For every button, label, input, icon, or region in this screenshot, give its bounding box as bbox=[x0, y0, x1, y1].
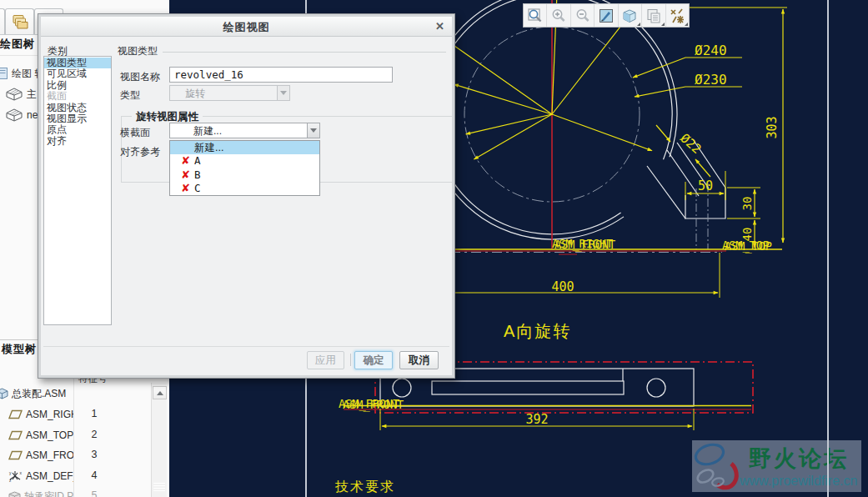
category-item-view-type[interactable]: 视图类型 bbox=[44, 58, 111, 68]
ok-button[interactable]: 确定 bbox=[354, 351, 393, 369]
model-tree-row-csys[interactable]: y x z ASM_DEF_ bbox=[0, 469, 73, 483]
type-combobox-value: 旋转 bbox=[169, 85, 277, 101]
model-tree-row-part[interactable]: 轴承密ID P bbox=[0, 489, 73, 497]
zoom-out-icon bbox=[574, 7, 592, 25]
dropdown-item-a[interactable]: ✘ A bbox=[170, 154, 319, 168]
model-tree-row-right-plane[interactable]: ASM_RIGH bbox=[0, 408, 73, 421]
repaint-icon bbox=[597, 7, 615, 25]
datum-plane-icon bbox=[8, 450, 23, 460]
svg-text:x: x bbox=[20, 470, 23, 475]
datum-label-front-red: ASM_FRONT bbox=[339, 397, 399, 411]
category-item-view-state[interactable]: 视图状态 bbox=[44, 103, 111, 113]
chevron-down-icon bbox=[310, 128, 317, 133]
drawing-tree-item-main-view[interactable]: 主 bbox=[6, 88, 37, 101]
tech-requirements-label[interactable]: 技术要求 bbox=[334, 479, 395, 494]
datum-label-front[interactable]: ASM_FRONT bbox=[343, 398, 404, 412]
model-tree-row-label: 总装配.ASM bbox=[12, 387, 66, 400]
cross-section-combobox-value: 新建... bbox=[169, 123, 307, 138]
category-item-visible-area[interactable]: 可见区域 bbox=[44, 68, 111, 79]
zoom-in-icon bbox=[549, 7, 568, 25]
folder-stack-icon bbox=[11, 13, 29, 32]
chevron-down-icon bbox=[280, 91, 287, 95]
drawing-tree-item-label: 主 bbox=[27, 88, 37, 102]
type-combobox: 旋转 bbox=[169, 85, 290, 101]
dropdown-item-c[interactable]: ✘ C bbox=[170, 182, 319, 195]
dropdown-item-b[interactable]: ✘ B bbox=[170, 168, 319, 182]
navigator-tab-model-tree[interactable] bbox=[5, 8, 34, 35]
section-rule bbox=[163, 52, 446, 53]
saved-views-button[interactable] bbox=[642, 4, 665, 27]
zoom-out-button[interactable] bbox=[571, 4, 595, 27]
dropdown-item-label: 新建... bbox=[194, 141, 223, 154]
rotation-view-label[interactable]: A向旋转 bbox=[504, 322, 571, 340]
dim-400[interactable]: 400 bbox=[551, 279, 574, 294]
dim-50[interactable]: 50 bbox=[698, 178, 713, 193]
drawing-tree-item-label: ne bbox=[27, 109, 38, 121]
dim-dia230[interactable]: Ø230 bbox=[695, 72, 727, 88]
apply-button[interactable]: 应用 bbox=[307, 351, 344, 369]
datum-label-top[interactable]: ASM_TOP bbox=[722, 238, 770, 253]
scrollbar-grip[interactable] bbox=[153, 479, 165, 495]
category-item-section[interactable]: 截面 bbox=[44, 91, 111, 102]
watermark-title: 野火论坛 bbox=[749, 444, 849, 474]
shaded-view-button[interactable] bbox=[619, 4, 642, 27]
scrollbar-up-button[interactable] bbox=[153, 386, 167, 399]
dropdown-item-label: B bbox=[194, 168, 201, 182]
zoom-in-button[interactable] bbox=[547, 4, 570, 27]
category-item-view-display[interactable]: 视图显示 bbox=[44, 113, 111, 124]
section-title: 视图类型 bbox=[118, 44, 158, 58]
datum-label-top-overlap: ASM_TOP bbox=[725, 239, 772, 254]
category-item-scale[interactable]: 比例 bbox=[44, 80, 111, 91]
category-item-alignment[interactable]: 对齐 bbox=[44, 136, 111, 147]
dim-392-group: 392 bbox=[380, 409, 694, 430]
category-list: 视图类型 可见区域 比例 截面 视图状态 视图显示 原点 对齐 bbox=[43, 56, 112, 325]
model-tree-row-front-plane[interactable]: ASM_FROI bbox=[0, 449, 73, 462]
model-tree-column-separator bbox=[73, 371, 74, 497]
drawing-sheet-icon bbox=[0, 68, 8, 79]
view-name-input[interactable]: revolved_16 bbox=[169, 67, 393, 83]
watermark: 野火论坛 www.proewildfire.cn bbox=[692, 440, 861, 492]
datum-label-right[interactable]: ASM_RIGHT bbox=[552, 237, 613, 251]
dim-30[interactable]: 30 bbox=[740, 197, 754, 211]
datum-display-button[interactable] bbox=[666, 4, 689, 27]
view-name-label: 视图名称 bbox=[120, 70, 160, 84]
cross-section-combobox[interactable]: 新建... bbox=[169, 123, 320, 138]
dim-dia22[interactable]: Ø22 bbox=[677, 131, 704, 158]
datum-label-right-overlap: ASM_FRONT bbox=[554, 238, 615, 252]
model-tree-row-label: 轴承密ID P bbox=[24, 489, 73, 497]
dim-40[interactable]: 40 bbox=[740, 228, 754, 242]
cancel-button[interactable]: 取消 bbox=[399, 351, 439, 369]
saved-views-icon bbox=[645, 7, 663, 25]
dim-392[interactable]: 392 bbox=[525, 412, 548, 427]
drawing-tree-item-new-view[interactable]: ne bbox=[6, 108, 38, 122]
model-tree-row-num: 5 bbox=[87, 489, 102, 497]
model-tree-row-top-plane[interactable]: ASM_TOP bbox=[0, 429, 73, 442]
dialog-titlebar[interactable]: 绘图视图 ✕ bbox=[41, 17, 452, 37]
model-tree-row-assembly[interactable]: 总装配.ASM bbox=[0, 387, 69, 400]
x-mark-icon: ✘ bbox=[181, 154, 190, 168]
model-tree-row-num: 1 bbox=[87, 408, 102, 419]
dim-303-group: 303 bbox=[684, 8, 787, 243]
model-tree-row-num: 4 bbox=[87, 469, 102, 481]
assembly-icon bbox=[0, 388, 8, 399]
csys-icon: y x z bbox=[8, 470, 23, 482]
model-tree-title: 模型树 bbox=[2, 342, 37, 357]
dim-303[interactable]: 303 bbox=[765, 116, 780, 138]
part-icon bbox=[8, 491, 21, 497]
dialog-title: 绘图视图 bbox=[41, 20, 452, 35]
drawing-view-dialog: 绘图视图 ✕ 类别 视图类型 可见区域 比例 截面 视图状态 视图显示 原点 对… bbox=[38, 13, 455, 379]
cross-section-dropdown: 新建... ✘ A ✘ B ✘ C bbox=[169, 140, 320, 196]
dim-30-40-group: 30 40 bbox=[727, 188, 760, 248]
x-mark-icon: ✘ bbox=[181, 168, 190, 182]
drawing-tree-title: 绘图树 bbox=[0, 37, 35, 52]
model-tree-scrollbar[interactable] bbox=[151, 383, 167, 497]
repaint-button[interactable] bbox=[595, 4, 618, 27]
category-item-origin[interactable]: 原点 bbox=[44, 124, 111, 135]
close-icon[interactable]: ✕ bbox=[435, 20, 444, 33]
up-arrow-icon bbox=[157, 391, 163, 395]
dropdown-item-new[interactable]: 新建... bbox=[170, 141, 319, 154]
dim-dia240[interactable]: Ø240 bbox=[695, 43, 727, 58]
section-datum-lines bbox=[344, 406, 751, 410]
zoom-region-button[interactable] bbox=[524, 4, 547, 27]
cross-section-combobox-button[interactable] bbox=[307, 123, 320, 138]
